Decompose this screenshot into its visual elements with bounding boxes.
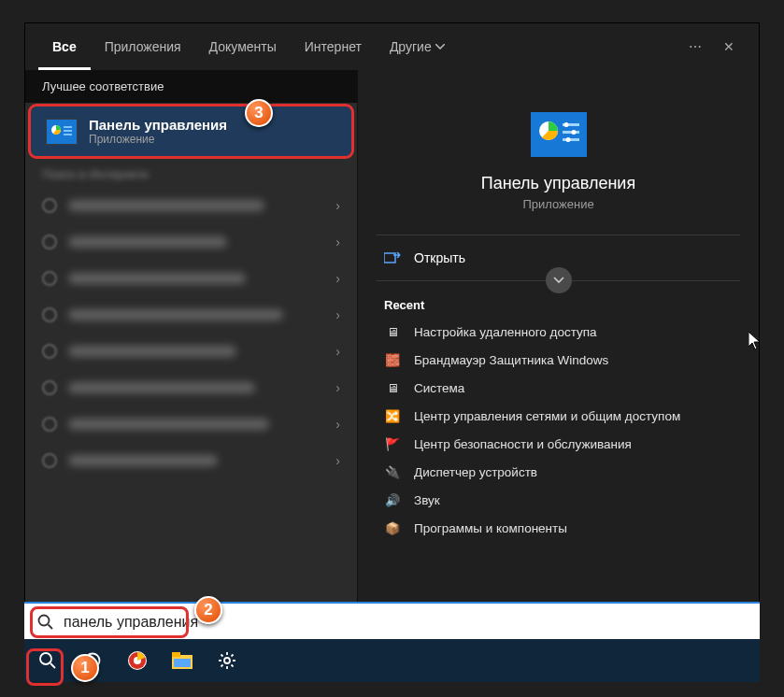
- recent-item-label: Система: [414, 381, 464, 395]
- svg-line-17: [50, 663, 55, 668]
- svg-rect-2: [64, 126, 72, 128]
- chevron-right-icon: ›: [335, 271, 340, 286]
- result-subtitle: Приложение: [89, 133, 227, 146]
- svg-rect-4: [64, 134, 72, 135]
- recent-item-label: Центр безопасности и обслуживания: [414, 437, 632, 451]
- web-result-item[interactable]: ›: [25, 368, 357, 407]
- close-button[interactable]: ✕: [712, 39, 746, 54]
- open-icon: [384, 251, 401, 264]
- search-icon: [37, 614, 54, 631]
- recent-firewall[interactable]: 🧱Брандмауэр Защитника Windows: [358, 346, 759, 374]
- svg-rect-3: [64, 130, 72, 132]
- recent-remote-access[interactable]: 🖥Настройка удаленного доступа: [358, 318, 759, 346]
- web-result-item[interactable]: ›: [25, 295, 357, 334]
- web-result-item[interactable]: ›: [25, 441, 357, 480]
- search-input[interactable]: [64, 614, 747, 631]
- chevron-down-icon: [553, 277, 564, 284]
- chevron-right-icon: ›: [335, 380, 340, 395]
- chevron-right-icon: ›: [335, 453, 340, 468]
- svg-rect-24: [174, 659, 191, 667]
- chevron-right-icon: ›: [335, 417, 340, 432]
- recent-item-label: Настройка удаленного доступа: [414, 325, 597, 339]
- chevron-right-icon: ›: [335, 198, 340, 213]
- taskbar-search-icon[interactable]: [32, 645, 64, 676]
- recent-item-icon: 🔌: [384, 464, 401, 479]
- more-options-button[interactable]: ⋯: [678, 39, 712, 54]
- web-result-item[interactable]: ›: [25, 407, 357, 441]
- open-label: Открыть: [414, 250, 465, 265]
- tab-internet[interactable]: Интернет: [291, 23, 376, 70]
- tab-apps[interactable]: Приложения: [91, 23, 195, 70]
- result-title: Панель управления: [89, 117, 227, 133]
- result-text: Панель управления Приложение: [89, 117, 227, 146]
- svg-point-14: [39, 616, 50, 626]
- svg-line-15: [49, 625, 53, 630]
- web-results-header: Поиск в Интернете: [25, 160, 357, 189]
- recent-item-icon: 🚩: [384, 436, 401, 451]
- tab-more[interactable]: Другие: [376, 23, 459, 70]
- recent-network-center[interactable]: 🔀Центр управления сетями и общим доступо…: [358, 402, 759, 430]
- recent-item-icon: 🧱: [384, 352, 401, 367]
- web-result-item[interactable]: ›: [25, 262, 357, 295]
- preview-subtitle: Приложение: [522, 197, 593, 211]
- recent-programs[interactable]: 📦Программы и компоненты: [358, 514, 759, 542]
- recent-device-manager[interactable]: 🔌Диспетчер устройств: [358, 458, 759, 486]
- svg-point-12: [565, 137, 570, 142]
- chevron-down-icon: [435, 44, 445, 50]
- web-result-item[interactable]: ›: [25, 334, 357, 368]
- svg-point-10: [563, 122, 568, 127]
- tab-docs[interactable]: Документы: [195, 23, 291, 70]
- svg-point-11: [571, 130, 576, 135]
- taskbar: [24, 639, 760, 682]
- recent-item-icon: 📦: [384, 520, 401, 535]
- taskbar-explorer-icon[interactable]: [166, 645, 198, 676]
- svg-line-33: [232, 655, 234, 657]
- recent-security-center[interactable]: 🚩Центр безопасности и обслуживания: [358, 430, 759, 458]
- recent-system[interactable]: 🖥Система: [358, 374, 759, 402]
- recent-item-icon: 🔀: [384, 408, 401, 423]
- chevron-right-icon: ›: [335, 344, 340, 359]
- svg-point-25: [224, 658, 230, 663]
- recent-item-label: Звук: [414, 493, 440, 507]
- recent-sound[interactable]: 🔊Звук: [358, 486, 759, 514]
- svg-rect-9: [563, 138, 579, 141]
- search-bar[interactable]: [24, 602, 760, 641]
- recent-item-label: Программы и компоненты: [414, 521, 567, 535]
- start-search-window: Все Приложения Документы Интернет Другие…: [24, 22, 760, 641]
- expand-button[interactable]: [546, 267, 572, 293]
- recent-item-label: Брандмауэр Защитника Windows: [414, 353, 608, 367]
- recent-item-icon: 🖥: [384, 380, 401, 395]
- tab-all[interactable]: Все: [38, 23, 91, 70]
- tab-more-label: Другие: [390, 23, 432, 70]
- svg-line-32: [221, 665, 223, 667]
- taskbar-settings-icon[interactable]: [211, 645, 243, 676]
- svg-point-16: [40, 653, 51, 664]
- preview-panel: Панель управления Приложение Открыть Rec…: [358, 70, 759, 640]
- svg-rect-23: [172, 652, 180, 657]
- results-panel: Лучшее соответствие Панель управления Пр…: [25, 70, 358, 640]
- chevron-right-icon: ›: [335, 235, 340, 249]
- recent-item-icon: 🖥: [384, 324, 401, 339]
- result-control-panel[interactable]: Панель управления Приложение: [31, 107, 351, 156]
- annotation-marker-3: 3: [245, 99, 273, 127]
- annotation-marker-1: 1: [71, 654, 99, 682]
- best-match-header: Лучшее соответствие: [25, 70, 357, 103]
- chevron-right-icon: ›: [335, 307, 340, 322]
- svg-rect-8: [563, 131, 579, 134]
- filter-tabs: Все Приложения Документы Интернет Другие…: [25, 23, 759, 70]
- svg-line-30: [221, 655, 223, 657]
- web-result-item[interactable]: ›: [25, 222, 357, 262]
- divider: [377, 280, 740, 281]
- taskbar-browser-icon[interactable]: [121, 645, 153, 676]
- preview-header: Панель управления Приложение: [358, 98, 759, 235]
- control-panel-icon: [46, 119, 78, 145]
- recent-item-icon: 🔊: [384, 492, 401, 507]
- control-panel-large-icon: [531, 112, 587, 157]
- annotation-marker-2: 2: [194, 596, 222, 624]
- recent-item-label: Центр управления сетями и общим доступом: [414, 409, 680, 423]
- main-content: Лучшее соответствие Панель управления Пр…: [25, 70, 759, 640]
- recent-list: 🖥Настройка удаленного доступа🧱Брандмауэр…: [358, 318, 759, 542]
- web-result-item[interactable]: ›: [25, 189, 357, 222]
- recent-item-label: Диспетчер устройств: [414, 465, 537, 479]
- svg-line-31: [232, 665, 234, 667]
